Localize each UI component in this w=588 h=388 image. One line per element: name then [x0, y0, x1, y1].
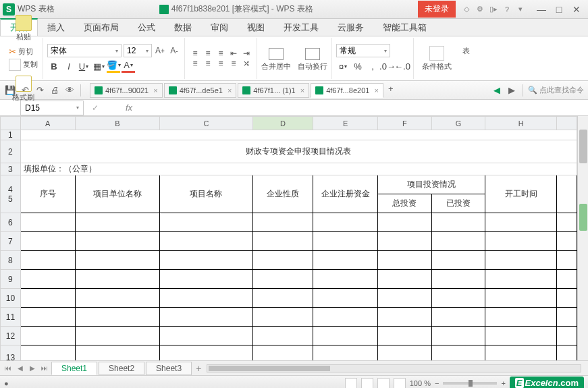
copy-button[interactable]: 复制 [8, 58, 38, 72]
redo-icon[interactable]: ↷ [34, 84, 46, 96]
cell[interactable] [252, 289, 313, 308]
sheet-tab[interactable]: Sheet3 [146, 362, 192, 375]
cell[interactable] [160, 232, 252, 251]
help-icon[interactable]: ? [502, 4, 512, 15]
cell[interactable] [20, 270, 75, 289]
column-header[interactable]: G [431, 117, 485, 130]
cell[interactable] [485, 345, 557, 361]
cell[interactable] [377, 327, 431, 345]
cell[interactable] [557, 213, 577, 232]
name-box[interactable]: D15▾ [20, 101, 84, 115]
close-button[interactable]: ✕ [568, 2, 585, 17]
justify-button[interactable]: ≡ [228, 59, 240, 68]
cell[interactable] [252, 251, 313, 270]
cell[interactable]: 填报单位：（公章） [20, 163, 577, 175]
select-all-corner[interactable] [1, 117, 21, 130]
font-name-select[interactable]: 宋体▾ [47, 44, 122, 57]
font-size-select[interactable]: 12▾ [124, 44, 152, 57]
maximize-button[interactable]: □ [550, 2, 568, 17]
cell[interactable] [252, 345, 313, 361]
scrollbar-thumb[interactable] [579, 130, 587, 163]
number-format-select[interactable]: 常规▾ [336, 44, 390, 57]
cell[interactable] [20, 232, 75, 251]
indent-inc-button[interactable]: ⇥ [240, 49, 252, 58]
save-icon[interactable]: 💾 [4, 84, 16, 96]
merge-center-button[interactable]: 合并居中 [261, 48, 291, 72]
row-header[interactable]: 2 [1, 140, 21, 163]
sheet-nav-prev[interactable]: ◀ [15, 363, 26, 374]
tab-view[interactable]: 视图 [238, 19, 274, 36]
cell[interactable]: 序号 [20, 175, 75, 213]
table-style-button[interactable]: 表 [458, 45, 474, 73]
cell[interactable] [160, 213, 252, 232]
doc-tab[interactable]: 4f67f...de5e1× [164, 83, 237, 98]
settings-icon[interactable]: ⚙ [475, 4, 485, 15]
tab-data[interactable]: 数据 [165, 19, 201, 36]
close-tab-icon[interactable]: × [300, 86, 304, 94]
cell-title[interactable]: 财政专项资金申报项目情况表 [20, 140, 577, 163]
cell[interactable] [75, 251, 160, 270]
cell[interactable] [160, 327, 252, 345]
wrap-text-button[interactable]: 自动换行 [298, 48, 327, 72]
cell[interactable] [557, 345, 577, 361]
cell[interactable] [431, 251, 485, 270]
row-header[interactable]: 8 [1, 251, 21, 270]
close-tab-icon[interactable]: × [153, 86, 157, 94]
horizontal-scrollbar[interactable] [207, 364, 581, 372]
decrease-decimal-button[interactable]: ←.0 [396, 59, 409, 73]
cell[interactable] [20, 213, 75, 232]
paste-button[interactable]: 粘贴 [14, 13, 33, 43]
cell[interactable] [557, 289, 577, 308]
cancel-icon[interactable]: ✓ [92, 103, 99, 113]
cell[interactable] [431, 327, 485, 345]
tab-cloud[interactable]: 云服务 [328, 19, 373, 36]
cell[interactable] [313, 232, 378, 251]
percent-button[interactable]: % [351, 59, 365, 73]
add-sheet-button[interactable]: + [196, 363, 201, 374]
cut-button[interactable]: ✂剪切 [8, 46, 38, 57]
cell[interactable] [557, 327, 577, 345]
cell[interactable] [313, 327, 378, 345]
cell[interactable] [431, 232, 485, 251]
spreadsheet-grid[interactable]: A B C D E F G H 1 2 财政专项资金申报项目情况表 3 填报单位… [0, 116, 577, 360]
cell[interactable] [557, 251, 577, 270]
cell[interactable] [485, 251, 557, 270]
cell[interactable] [160, 270, 252, 289]
column-header[interactable] [557, 117, 577, 130]
cell[interactable]: 项目投资情况 [377, 175, 485, 194]
underline-button[interactable]: U▾ [77, 59, 90, 73]
cell[interactable] [485, 289, 557, 308]
cell[interactable] [431, 289, 485, 308]
column-header[interactable]: F [377, 117, 431, 130]
scrollbar-thumb[interactable] [209, 366, 330, 371]
command-search[interactable]: 🔍点此查找命令 [528, 85, 584, 95]
cell[interactable] [75, 327, 160, 345]
currency-button[interactable]: ¤▾ [336, 59, 350, 73]
border-button[interactable]: ▦▾ [92, 59, 105, 73]
cell[interactable] [160, 345, 252, 361]
add-doc-tab-button[interactable]: + [385, 83, 397, 95]
row-header[interactable]: 1 [1, 130, 21, 140]
cell[interactable] [20, 251, 75, 270]
print-icon[interactable]: 🖨 [49, 84, 61, 96]
nav-back-icon[interactable]: ◀ [491, 84, 503, 96]
cell[interactable] [20, 130, 577, 140]
view-reading-button[interactable] [394, 378, 406, 389]
cell[interactable] [20, 289, 75, 308]
column-header[interactable]: E [313, 117, 378, 130]
tab-dev[interactable]: 开发工具 [274, 19, 328, 36]
scrollbar-thumb[interactable] [579, 204, 587, 231]
cell[interactable]: 总投资 [377, 194, 431, 213]
row-header[interactable]: 11 [1, 308, 21, 327]
cell[interactable] [485, 270, 557, 289]
cell[interactable] [20, 345, 75, 361]
cell[interactable]: 项目名称 [160, 175, 252, 213]
cell[interactable] [431, 213, 485, 232]
sheet-nav-last[interactable]: ⏭ [39, 363, 50, 374]
sheet-tab[interactable]: Sheet1 [51, 362, 97, 375]
cell[interactable] [160, 251, 252, 270]
column-header[interactable]: H [485, 117, 557, 130]
tab-smart[interactable]: 智能工具箱 [373, 19, 436, 36]
row-header[interactable]: 45 [1, 175, 21, 213]
cell[interactable]: 企业注册资金 [313, 175, 378, 213]
